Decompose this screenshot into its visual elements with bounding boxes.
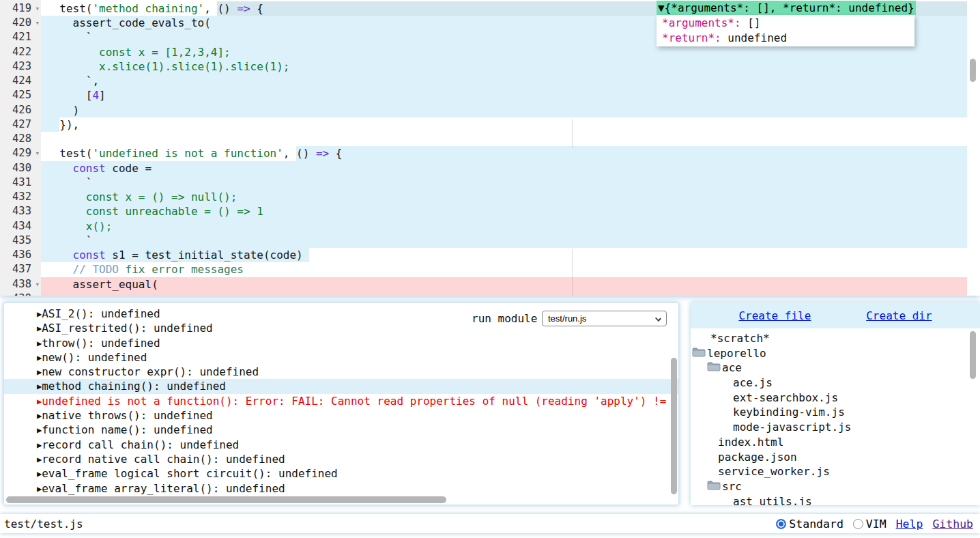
tree-file-row[interactable]: keybinding-vim.js — [691, 405, 980, 420]
value-tooltip: ▼{*arguments*: [], *return*: undefined} … — [657, 1, 916, 46]
code-line[interactable]: 424 `, — [0, 74, 980, 89]
code-line[interactable]: 439 — [0, 292, 980, 296]
line-number: 430 — [12, 161, 31, 175]
code-line[interactable]: 425 [4] — [0, 88, 980, 103]
tree-file-row[interactable]: index.html — [691, 435, 980, 450]
gutter-cell: 427 — [0, 117, 41, 132]
code-line-text: test('undefined is not a function', () =… — [46, 146, 343, 160]
code-line[interactable]: 426 ) — [0, 103, 980, 118]
fold-caret-icon[interactable]: ▾ — [35, 277, 40, 292]
code-line-text: // TODO fix error messages — [46, 262, 244, 277]
test-result-row[interactable]: ▶undefined is not a function(): Error: F… — [4, 394, 678, 408]
code-line[interactable]: 431 ` — [0, 175, 980, 190]
keybinding-option-standard[interactable]: Standard — [776, 518, 843, 530]
gutter-cell: 422 — [0, 45, 41, 59]
test-result-row[interactable]: ▶native throws(): undefined — [4, 408, 678, 423]
test-result-row[interactable]: ▶method chaining(): undefined — [4, 379, 678, 393]
code-line[interactable]: 436 const s1 = test_initial_state(code) — [0, 248, 980, 263]
tree-folder-row[interactable]: src — [691, 479, 980, 494]
code-line[interactable]: 423 x.slice(1).slice(1).slice(1); — [0, 59, 980, 74]
line-number: 429 — [12, 146, 31, 160]
gutter-cell: 430 — [0, 161, 41, 175]
test-result-row[interactable]: ▶new constructor expr(): undefined — [4, 365, 678, 379]
test-result-row[interactable]: ▶throw(): undefined — [4, 336, 678, 350]
code-editor[interactable]: 419▾ test('method chaining', () => {420▾… — [0, 0, 980, 296]
code-line[interactable]: 427 }), — [0, 117, 980, 132]
code-line[interactable]: 438▾ assert_equal( — [0, 277, 980, 292]
code-line[interactable]: 430 const code = — [0, 161, 980, 176]
value-column-divider — [572, 249, 573, 296]
radio-vim-icon[interactable] — [853, 519, 863, 529]
code-line[interactable]: 428 — [0, 132, 980, 147]
line-number: 435 — [12, 233, 31, 248]
help-link[interactable]: Help — [896, 518, 923, 530]
test-result-row[interactable]: ▶eval_frame array_literal(): undefined — [4, 481, 678, 496]
current-file-path: test/test.js — [0, 518, 776, 530]
results-vertical-scrollbar[interactable] — [671, 358, 677, 494]
test-result-row[interactable]: ▶eval_frame logical short circuit(): und… — [4, 466, 678, 481]
line-highlight — [41, 233, 967, 248]
line-number: 419 — [12, 1, 31, 16]
test-result-row[interactable]: ▶record call chain(): undefined — [4, 438, 678, 452]
line-highlight — [41, 161, 967, 175]
create-file-link[interactable]: Create file — [738, 309, 811, 322]
code-line[interactable]: 435 ` — [0, 233, 980, 249]
gutter-cell: 421 — [0, 30, 41, 44]
github-link[interactable]: Github — [932, 518, 973, 530]
test-result-text: ASI_2(): undefined — [42, 307, 160, 320]
tree-folder-row[interactable]: leporello — [691, 346, 980, 361]
radio-standard-icon[interactable] — [776, 519, 786, 529]
keybinding-option-vim[interactable]: VIM — [853, 518, 887, 530]
tree-file-row[interactable]: ast_utils.js — [691, 494, 980, 505]
tree-file-row[interactable]: *scratch* — [691, 331, 980, 346]
gutter-cell: 428 — [0, 132, 41, 146]
file-tree-panel: Create file Create dir *scratch*leporell… — [691, 302, 980, 505]
value-tooltip-body: *arguments*: []*return*: undefined — [657, 15, 914, 46]
code-line[interactable]: 432 const x = () => null(); — [0, 190, 980, 205]
value-tooltip-header[interactable]: ▼{*arguments*: [], *return*: undefined} — [657, 1, 916, 15]
code-line[interactable]: 437 // TODO fix error messages — [0, 262, 980, 277]
tree-file-row[interactable]: service_worker.js — [691, 464, 980, 479]
test-result-row[interactable]: ▶record native call chain(): undefined — [4, 452, 678, 466]
line-number: 432 — [12, 190, 31, 204]
gutter-cell: 432 — [0, 190, 41, 204]
code-line-text: }), — [46, 117, 79, 132]
tree-item-label: ast_utils.js — [733, 494, 812, 505]
code-line[interactable]: 422 const x = [1,2,3,4]; — [0, 45, 980, 60]
tree-file-row[interactable]: package.json — [691, 450, 980, 465]
fold-caret-icon[interactable]: ▾ — [35, 16, 40, 30]
code-line-text: [4] — [46, 88, 106, 102]
test-result-row[interactable]: ▶function name(): undefined — [4, 423, 678, 437]
test-results-panel: ▶ASI_2(): undefined▶ASI_restrited(): und… — [3, 302, 679, 505]
editor-vertical-scrollbar[interactable] — [970, 59, 976, 82]
tree-file-row[interactable]: ext-searchbox.js — [691, 391, 980, 406]
code-line-text: assert_equal( — [46, 277, 158, 292]
gutter-cell: 431 — [0, 175, 41, 190]
file-tree-vertical-scrollbar[interactable] — [970, 331, 976, 379]
status-bar: test/test.js Standard VIM Help Github — [0, 514, 980, 533]
line-number: 423 — [12, 59, 31, 74]
tree-file-row[interactable]: ace.js — [691, 376, 980, 391]
run-module-select[interactable]: test/run.js — [542, 311, 667, 326]
test-result-text: eval_frame logical short circuit(): unde… — [42, 467, 337, 480]
tooltip-entry[interactable]: *arguments*: [] — [657, 16, 914, 30]
code-line-text: assert_code_evals_to( — [46, 16, 211, 30]
fold-caret-icon[interactable]: ▾ — [35, 1, 40, 16]
code-line-text: x.slice(1).slice(1).slice(1); — [46, 59, 289, 74]
results-horizontal-scrollbar[interactable] — [6, 496, 446, 503]
code-line-text: test('method chaining', () => { — [46, 1, 263, 16]
line-number: 433 — [12, 204, 31, 218]
test-results-list: ▶ASI_2(): undefined▶ASI_restrited(): und… — [4, 307, 678, 496]
tooltip-entry[interactable]: *return*: undefined — [657, 31, 914, 45]
test-result-row[interactable]: ▶new(): undefined — [4, 350, 678, 365]
tree-file-row[interactable]: mode-javascript.js — [691, 420, 980, 435]
code-line[interactable]: 433 const unreachable = () => 1 — [0, 204, 980, 219]
code-line[interactable]: 434 x(); — [0, 219, 980, 234]
code-line[interactable]: 429▾ test('undefined is not a function',… — [0, 146, 980, 161]
tree-folder-row[interactable]: ace — [691, 360, 980, 376]
tree-item-label: ace.js — [733, 376, 773, 391]
create-dir-link[interactable]: Create dir — [866, 309, 932, 322]
fold-caret-icon[interactable]: ▾ — [35, 146, 40, 160]
gutter-cell: 423 — [0, 59, 41, 74]
test-result-text: native throws(): undefined — [42, 409, 212, 422]
